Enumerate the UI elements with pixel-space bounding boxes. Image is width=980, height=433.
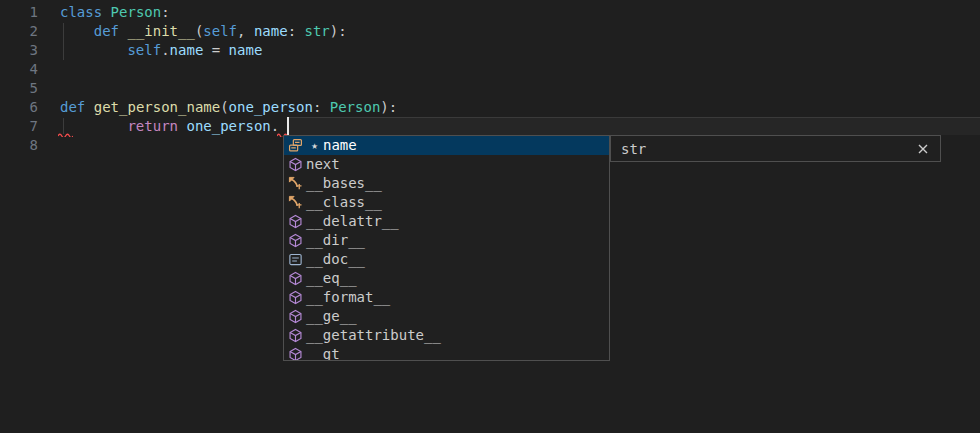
line-number[interactable]: 3 xyxy=(0,41,38,60)
suggestion-label: __format__ xyxy=(306,288,390,307)
method-icon xyxy=(287,347,303,362)
suggestion-item[interactable]: __class__ xyxy=(284,193,609,212)
suggestion-item[interactable]: __eq__ xyxy=(284,269,609,288)
intellicode-star-icon: ★ xyxy=(306,136,323,155)
method-icon xyxy=(287,157,303,173)
suggestion-label: __getattribute__ xyxy=(306,326,441,345)
code-line[interactable]: 6def get_person_name(one_person: Person)… xyxy=(0,98,980,117)
suggestion-label: __dir__ xyxy=(306,231,365,250)
suggestion-item[interactable]: next xyxy=(284,155,609,174)
suggestion-item[interactable]: __dir__ xyxy=(284,231,609,250)
suggestion-item[interactable]: __format__ xyxy=(284,288,609,307)
line-number[interactable]: 7 xyxy=(0,117,38,136)
suggestion-label: next xyxy=(306,155,340,174)
suggestion-item[interactable]: __bases__ xyxy=(284,174,609,193)
line-number[interactable]: 8 xyxy=(0,136,38,155)
code-line-text: class Person: xyxy=(60,3,170,22)
suggestion-item[interactable]: __ge__ xyxy=(284,307,609,326)
close-icon[interactable] xyxy=(916,142,930,156)
suggestion-item[interactable]: __getattribute__ xyxy=(284,326,609,345)
method-icon xyxy=(287,309,303,325)
method-icon xyxy=(287,271,303,287)
suggest-details-title: str xyxy=(621,141,916,157)
suggest-widget-list[interactable]: ★name next __bases__ __class__ __delattr… xyxy=(283,135,610,361)
field-icon xyxy=(287,138,303,154)
suggestion-item[interactable]: __gt__ xyxy=(284,345,609,361)
document-icon xyxy=(287,252,303,268)
code-line[interactable]: 5 xyxy=(0,79,980,98)
suggestion-label: __class__ xyxy=(306,193,382,212)
method-icon xyxy=(287,214,303,230)
suggestion-label: __ge__ xyxy=(306,307,357,326)
method-icon xyxy=(287,290,303,306)
suggestion-label: __gt__ xyxy=(306,345,357,361)
reference-icon xyxy=(287,195,303,211)
suggest-details-header: str xyxy=(610,135,941,162)
suggestion-label: name xyxy=(323,136,357,155)
error-squiggle xyxy=(58,132,73,137)
line-number[interactable]: 1 xyxy=(0,3,38,22)
reference-icon xyxy=(287,176,303,192)
code-line-text: def __init__(self, name: str): xyxy=(60,22,347,41)
code-line[interactable]: 2 def __init__(self, name: str): xyxy=(0,22,980,41)
suggestion-item[interactable]: ★name xyxy=(284,136,609,155)
code-line[interactable]: 4 xyxy=(0,60,980,79)
line-number[interactable]: 6 xyxy=(0,98,38,117)
suggestion-label: __bases__ xyxy=(306,174,382,193)
suggestion-item[interactable]: __doc__ xyxy=(284,250,609,269)
suggestion-label: __delattr__ xyxy=(306,212,399,231)
code-line-text: self.name = name xyxy=(60,41,262,60)
code-line-text: return one_person. xyxy=(60,117,279,136)
method-icon xyxy=(287,328,303,344)
line-number[interactable]: 4 xyxy=(0,60,38,79)
suggestion-item[interactable]: __delattr__ xyxy=(284,212,609,231)
line-number[interactable]: 2 xyxy=(0,22,38,41)
code-line-text: def get_person_name(one_person: Person): xyxy=(60,98,397,117)
code-line[interactable]: 1class Person: xyxy=(0,3,980,22)
suggestion-label: __doc__ xyxy=(306,250,365,269)
code-line[interactable]: 3 self.name = name xyxy=(0,41,980,60)
method-icon xyxy=(287,233,303,249)
line-number[interactable]: 5 xyxy=(0,79,38,98)
suggestion-label: __eq__ xyxy=(306,269,357,288)
code-line[interactable]: 7 return one_person. xyxy=(0,117,980,136)
